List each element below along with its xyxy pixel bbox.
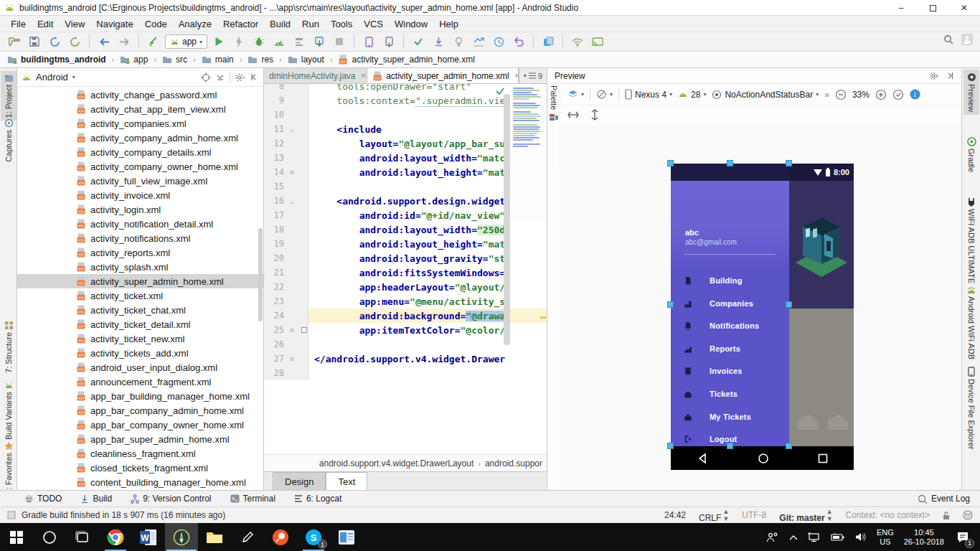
back-icon[interactable] — [95, 34, 113, 50]
people-icon[interactable] — [766, 532, 779, 542]
file-tree-item[interactable]: <>activity_company_admin_home.xml — [17, 131, 263, 145]
file-tree-item[interactable]: <>activity_chat_app_item_view.xml — [17, 102, 263, 116]
card-app-taskbar-button[interactable] — [330, 523, 363, 551]
color-swatch[interactable] — [301, 327, 307, 333]
file-tree-item[interactable]: <>activity_ticket_new.xml — [17, 331, 263, 346]
file-tree-item[interactable]: <>activity_login.xml — [17, 202, 263, 217]
start-taskbar-button[interactable] — [0, 523, 33, 551]
drawer-item-reports[interactable]: Reports — [671, 339, 789, 358]
skype-taskbar-button[interactable]: S1 — [297, 523, 330, 551]
settings-gear-icon[interactable] — [235, 72, 245, 83]
tray-chevron-up-icon[interactable] — [789, 534, 798, 540]
user-avatar-icon[interactable] — [961, 34, 973, 45]
history-icon[interactable] — [490, 34, 507, 50]
file-tree-item[interactable]: <>content_building_manager_home.xml — [17, 475, 263, 489]
file-tree-item[interactable]: <>activity_ticket_chat.xml — [17, 303, 263, 317]
render-info-icon[interactable]: i — [910, 89, 920, 100]
file-tree-item[interactable]: <>app_bar_company_owner_home.xml — [17, 418, 263, 432]
sdk-manager-icon[interactable] — [380, 34, 397, 50]
close-tab-icon[interactable]: ✕ — [360, 72, 366, 80]
menu-build[interactable]: Build — [265, 17, 296, 31]
maximize-button[interactable] — [917, 0, 948, 16]
selection-handle[interactable] — [727, 160, 733, 166]
coverage-icon[interactable] — [291, 34, 308, 50]
file-tree-item[interactable]: <>activity_full_view_image.xml — [17, 174, 263, 188]
menu-view[interactable]: View — [60, 17, 90, 31]
tag-breadcrumb-item[interactable]: android.suppor — [485, 458, 542, 468]
toolbar-overflow[interactable]: » — [824, 90, 829, 100]
encoding-indicator[interactable]: UTF-8 — [742, 510, 766, 520]
lock-icon[interactable] — [943, 511, 950, 520]
breadcrumb-item[interactable]: layout — [286, 55, 326, 65]
open-icon[interactable] — [6, 34, 23, 50]
phone-preview[interactable]: abc abc@gmail.com BuildingCompaniesNotif… — [671, 164, 854, 470]
menu-help[interactable]: Help — [434, 17, 463, 31]
breadcrumb-item[interactable]: main — [200, 55, 235, 65]
file-tree-item[interactable]: <>activity_company_details.xml — [17, 145, 263, 159]
project-scrollbar[interactable] — [258, 228, 263, 321]
file-tree-item[interactable]: <>app_bar_company_admin_home.xml — [17, 403, 263, 418]
save-icon[interactable] — [26, 34, 43, 50]
toolwindow-terminal[interactable]: Terminal — [230, 494, 275, 504]
context-indicator[interactable]: Context: <no context> — [846, 510, 930, 520]
file-tree-item[interactable]: <>android_user_input_dialog.xml — [17, 360, 263, 375]
profiler-icon[interactable] — [270, 34, 288, 50]
breadcrumb-item[interactable]: app — [118, 55, 149, 65]
file-tree-item[interactable]: <>activity_invoice.xml — [17, 188, 263, 202]
fold-marker[interactable]: ⊟ — [284, 169, 300, 176]
minimize-button[interactable]: – — [885, 0, 917, 16]
tool-strip-device-file-explorer[interactable]: Device File Explorer — [963, 364, 979, 452]
hide-panel-icon[interactable] — [250, 72, 259, 82]
device-selector[interactable]: Nexus 4▾ — [625, 89, 672, 100]
tool-strip-2-favorites[interactable]: 2: Favorites — [1, 438, 17, 496]
file-tree-item[interactable]: <>app_bar_super_admin_home.xml — [17, 432, 263, 446]
tool-strip-captures[interactable]: Captures — [1, 116, 17, 165]
menu-vcs[interactable]: VCS — [359, 17, 388, 31]
orientation-selector[interactable]: ▾ — [596, 89, 613, 100]
xml-tag-breadcrumb[interactable]: android.support.v4.widget.DrawerLayout›a… — [264, 454, 547, 471]
editor-tab[interactable]: <>activity_super_admin_home.xml✕ — [367, 68, 519, 83]
file-tree-item[interactable]: <>activity_companies.xml — [17, 116, 263, 131]
last-edit-icon[interactable] — [145, 34, 162, 50]
vcs-update-icon[interactable] — [430, 34, 447, 50]
cortana-taskbar-button[interactable] — [33, 523, 66, 551]
pen-taskbar-button[interactable] — [231, 523, 264, 551]
preview-settings-gear-icon[interactable] — [929, 72, 939, 80]
attach-debugger-icon[interactable] — [311, 34, 328, 50]
selection-handle[interactable] — [786, 160, 792, 166]
fold-marker[interactable]: ⌄ — [284, 126, 300, 133]
git-branch-indicator[interactable]: Git: master▲▼ — [779, 508, 832, 523]
wrap-width-icon[interactable] — [567, 111, 579, 118]
tag-breadcrumb-item[interactable]: android.support.v4.widget.DrawerLayout — [319, 458, 473, 468]
battery-icon[interactable] — [831, 533, 845, 542]
file-tree-item[interactable]: <>closed_tickets_fragment.xml — [17, 461, 263, 475]
stop-icon[interactable] — [331, 34, 348, 50]
caret-position[interactable]: 24:42 — [664, 510, 686, 520]
file-tree-item[interactable]: <>activity_reports.xml — [17, 245, 263, 260]
breadcrumb-item[interactable]: buildingtms_android — [6, 55, 108, 65]
code-minimap[interactable] — [511, 87, 546, 222]
gradle-sync-icon[interactable] — [66, 34, 83, 50]
apply-changes-icon[interactable] — [230, 34, 248, 50]
android-studio-taskbar-button[interactable] — [165, 523, 198, 551]
tab-text[interactable]: Text — [326, 472, 367, 490]
close-button[interactable]: ✕ — [948, 0, 980, 16]
menu-code[interactable]: Code — [140, 17, 172, 31]
file-tree-item[interactable]: <>activity_super_admin_home.xml — [17, 274, 263, 288]
menu-edit[interactable]: Edit — [32, 17, 58, 31]
tab-design[interactable]: Design — [273, 472, 326, 490]
menu-analyze[interactable]: Analyze — [174, 17, 217, 31]
line-separator-indicator[interactable]: CRLF▲▼ — [699, 508, 729, 523]
back-nav-icon[interactable] — [697, 453, 708, 464]
avd-manager-icon[interactable] — [360, 34, 377, 50]
toolwindow-build[interactable]: Build — [80, 494, 112, 504]
file-tree-item[interactable]: <>activity_splash.xml — [17, 260, 263, 274]
sync-icon[interactable] — [46, 34, 63, 50]
tool-strip-7-structure[interactable]: 7: Structure — [1, 318, 17, 376]
drawer-item-tickets[interactable]: Tickets — [671, 385, 789, 403]
selection-handle[interactable] — [667, 301, 674, 308]
menu-tools[interactable]: Tools — [326, 17, 357, 31]
drawer-item-building[interactable]: Building — [671, 271, 789, 290]
debug-icon[interactable] — [250, 34, 268, 50]
project-structure-icon[interactable] — [540, 34, 557, 50]
